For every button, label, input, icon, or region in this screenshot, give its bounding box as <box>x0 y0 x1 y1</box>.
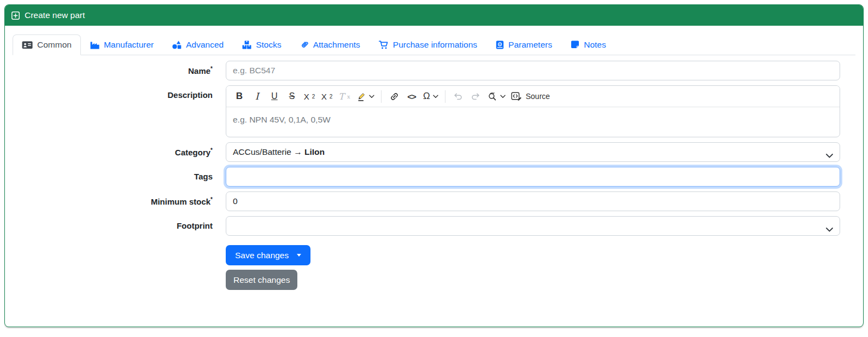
address-card-icon <box>22 40 33 49</box>
tab-stocks[interactable]: Stocks <box>233 34 291 55</box>
footprint-label: Footprint <box>13 216 226 236</box>
tab-parameters[interactable]: Parameters <box>486 34 561 55</box>
required-marker: * <box>210 147 213 153</box>
create-part-form: Name* Description B I U <box>13 55 855 290</box>
tab-purchase-informations[interactable]: Purchase informations <box>370 34 486 55</box>
reset-row: Reset changes <box>13 270 840 290</box>
category-label: Category* <box>13 142 226 162</box>
factory-icon <box>90 40 99 49</box>
underline-button[interactable]: U <box>266 88 283 104</box>
link-button[interactable] <box>386 88 402 104</box>
tab-advanced[interactable]: Advanced <box>163 34 233 55</box>
caret-down-icon <box>297 254 301 257</box>
tab-label: Stocks <box>256 40 281 50</box>
bold-button[interactable]: B <box>231 88 248 104</box>
special-characters-button[interactable]: Ω <box>421 88 441 104</box>
chevron-down-icon <box>500 95 506 98</box>
description-label: Description <box>13 85 226 137</box>
reset-button[interactable]: Reset changes <box>226 270 297 290</box>
footprint-select[interactable] <box>226 216 840 236</box>
editor-toolbar: B I U S X2 X2 Tx <box>226 86 840 107</box>
paperclip-icon <box>300 40 309 49</box>
undo-button[interactable] <box>450 88 466 104</box>
page-title: Create new part <box>25 10 85 20</box>
chevron-down-icon <box>369 95 374 98</box>
tags-input[interactable] <box>226 167 840 187</box>
shopping-cart-icon <box>379 40 389 49</box>
tab-common[interactable]: Common <box>13 34 81 55</box>
tab-label: Common <box>37 40 72 50</box>
tab-label: Purchase informations <box>393 40 477 50</box>
tags-row: Tags <box>13 167 840 187</box>
toolbar-separator <box>381 90 382 103</box>
code-button[interactable]: <> <box>403 88 420 104</box>
tags-label: Tags <box>13 167 226 187</box>
tab-label: Notes <box>584 40 606 50</box>
tab-label: Attachments <box>313 40 360 50</box>
remove-format-button[interactable]: Tx <box>336 88 353 104</box>
category-value: ACCus/Batterie → LiIon <box>233 147 325 157</box>
tab-manufacturer[interactable]: Manufacturer <box>81 34 163 55</box>
link-icon <box>389 91 400 102</box>
chevron-down-icon <box>433 95 438 98</box>
source-button[interactable]: Source <box>509 88 552 104</box>
description-row: Description B I U S X2 X2 Tx <box>13 85 840 137</box>
plus-square-icon <box>11 11 20 20</box>
name-input[interactable] <box>226 61 840 80</box>
category-row: Category* ACCus/Batterie → LiIon <box>13 142 840 162</box>
find-replace-icon <box>487 91 497 102</box>
highlight-button[interactable] <box>354 88 377 104</box>
italic-button[interactable]: I <box>249 88 265 104</box>
chevron-down-icon <box>826 224 833 234</box>
shapes-icon <box>172 40 181 49</box>
highlight-pen-icon <box>356 91 366 102</box>
toolbar-separator <box>445 90 445 103</box>
tab-label: Parameters <box>508 40 552 50</box>
card-header: Create new part <box>5 5 863 26</box>
required-marker: * <box>210 196 213 202</box>
superscript-button[interactable]: X2 <box>319 88 335 104</box>
create-part-card: Create new part Common <box>4 4 864 327</box>
subscript-button[interactable]: X2 <box>301 88 318 104</box>
description-input[interactable]: e.g. NPN 45V, 0,1A, 0,5W <box>226 107 840 137</box>
chevron-down-icon <box>826 150 833 160</box>
boxes-stacked-icon <box>242 40 251 49</box>
category-select[interactable]: ACCus/Batterie → LiIon <box>226 142 840 162</box>
minimum-stock-input[interactable] <box>226 191 840 211</box>
find-replace-button[interactable] <box>485 88 508 104</box>
description-editor: B I U S X2 X2 Tx <box>226 85 840 137</box>
tab-attachments[interactable]: Attachments <box>291 34 370 55</box>
minimum-stock-row: Minimum stock* <box>13 191 840 211</box>
tab-label: Advanced <box>186 40 224 50</box>
source-label: Source <box>526 92 550 101</box>
book-atlas-icon <box>496 40 504 49</box>
tab-notes[interactable]: Notes <box>561 34 615 55</box>
sticky-note-icon <box>571 40 579 49</box>
undo-icon <box>453 92 463 101</box>
minimum-stock-label: Minimum stock* <box>13 191 226 211</box>
footprint-row: Footprint <box>13 216 840 236</box>
tab-bar: Common Manufacturer Ad <box>13 34 855 55</box>
save-button[interactable]: Save changes <box>226 245 310 265</box>
name-label: Name* <box>13 61 226 80</box>
tab-label: Manufacturer <box>104 40 154 50</box>
name-row: Name* <box>13 61 840 80</box>
required-marker: * <box>210 66 213 72</box>
source-icon <box>511 91 522 101</box>
redo-icon <box>471 92 480 101</box>
redo-button[interactable] <box>467 88 484 104</box>
save-row: Save changes <box>13 245 840 265</box>
strikethrough-button[interactable]: S <box>284 88 300 104</box>
